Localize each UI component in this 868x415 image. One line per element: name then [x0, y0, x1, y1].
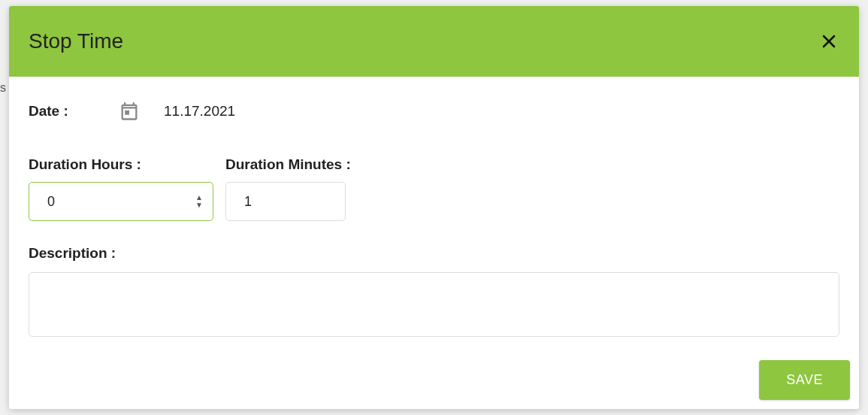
date-value: 11.17.2021 [164, 103, 235, 120]
hours-spinner: ▲ ▼ [194, 194, 204, 209]
close-icon [820, 32, 838, 50]
close-button[interactable] [817, 29, 841, 53]
backdrop-hint: s [0, 81, 6, 95]
date-label: Date : [29, 103, 119, 120]
modal-body: Date : 11.17.2021 Duration Hours : ▲ ▼ [9, 77, 859, 360]
save-button[interactable]: SAVE [759, 360, 850, 400]
duration-row: Duration Hours : ▲ ▼ Duration Minutes : [29, 156, 839, 221]
hours-label: Duration Hours : [29, 156, 213, 173]
description-label: Description : [29, 245, 839, 262]
hours-field-group: Duration Hours : ▲ ▼ [29, 156, 213, 221]
modal-footer: SAVE [9, 360, 859, 409]
modal-header: Stop Time [9, 6, 859, 77]
minutes-input[interactable] [225, 182, 346, 221]
minutes-input-wrap [225, 182, 346, 221]
modal-title: Stop Time [29, 29, 123, 53]
minutes-label: Duration Minutes : [225, 156, 351, 173]
hours-input[interactable] [29, 182, 213, 221]
hours-spinner-down[interactable]: ▼ [194, 201, 204, 209]
minutes-field-group: Duration Minutes : [225, 156, 351, 221]
calendar-icon[interactable] [119, 101, 140, 122]
svg-rect-2 [125, 111, 129, 115]
description-row: Description : [29, 245, 839, 337]
stop-time-modal: Stop Time Date : 11.17.2021 Duration Hou… [9, 6, 859, 409]
date-row: Date : 11.17.2021 [29, 101, 839, 122]
description-input[interactable] [29, 272, 839, 337]
hours-input-wrap: ▲ ▼ [29, 182, 213, 221]
